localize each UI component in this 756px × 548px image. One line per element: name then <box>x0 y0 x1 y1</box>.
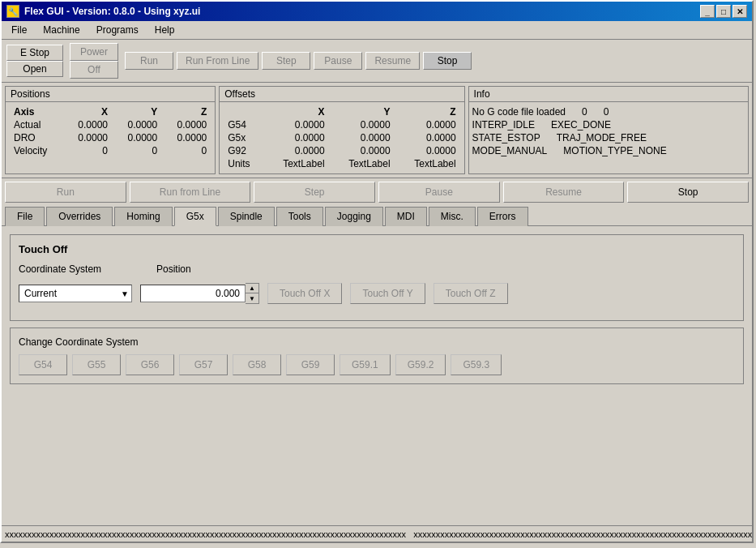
tab-file[interactable]: File <box>5 207 45 226</box>
table-row: G92 0.0000 0.0000 0.0000 <box>223 144 460 157</box>
bottom-bar: xxxxxxxxxxxxxxxxxxxxxxxxxxxxxxxxxxxxxxxx… <box>2 525 752 542</box>
run-from-line-button[interactable]: Run From Line <box>177 52 258 70</box>
table-row: Velocity 0 0 0 <box>9 144 211 157</box>
main-step-button[interactable]: Step <box>254 182 375 203</box>
window-title: Flex GUI - Version: 0.8.0 - Using xyz.ui <box>24 6 200 17</box>
velocity-z: 0 <box>162 144 211 157</box>
info-interp: INTERP_IDLE <box>472 119 535 131</box>
units-x: TextLabel <box>264 157 330 170</box>
table-row: Actual 0.0000 0.0000 0.0000 <box>9 118 211 131</box>
dro-x: 0.0000 <box>63 131 113 144</box>
position-input-wrapper: ▲ ▼ <box>140 283 259 304</box>
g56-button[interactable]: G56 <box>126 354 174 375</box>
estop-group: E Stop Open <box>6 45 63 77</box>
offsets-table: X Y Z G54 0.0000 0.0000 0.0000 <box>223 105 460 170</box>
pos-header-y: Y <box>113 105 162 118</box>
g54-z: 0.0000 <box>395 118 461 131</box>
menu-programs[interactable]: Programs <box>90 23 145 37</box>
positions-panel: Positions Axis X Y Z Actual <box>5 86 216 174</box>
info-content: No G code file loaded 0 0 INTERP_IDLE EX… <box>469 102 748 161</box>
menu-help[interactable]: Help <box>148 23 182 37</box>
toolbar: E Stop Open Power Off Run Run From Line … <box>2 40 752 83</box>
estop-button[interactable]: E Stop <box>6 45 63 61</box>
tab-misc[interactable]: Misc. <box>429 207 476 226</box>
offsets-panel: Offsets X Y Z G54 0.0000 <box>219 86 464 174</box>
touch-off-x-button[interactable]: Touch Off X <box>267 283 342 304</box>
g58-button[interactable]: G58 <box>233 354 281 375</box>
info-row-4: MODE_MANUAL MOTION_TYPE_NONE <box>472 144 745 157</box>
g92-label: G92 <box>223 144 263 157</box>
power-button[interactable]: Power <box>70 43 118 61</box>
step-button[interactable]: Step <box>262 52 310 70</box>
tab-tools[interactable]: Tools <box>276 207 323 226</box>
spin-down-button[interactable]: ▼ <box>246 293 258 303</box>
tab-bar: File Overrides Homing G5x Spindle Tools … <box>2 206 752 226</box>
change-coord-title: Change Coordinate System <box>19 336 735 348</box>
resume-button[interactable]: Resume <box>365 52 420 70</box>
g92-y: 0.0000 <box>330 144 395 157</box>
tab-jogging[interactable]: Jogging <box>325 207 383 226</box>
actual-z: 0.0000 <box>162 118 211 131</box>
info-panel: Info No G code file loaded 0 0 INTERP_ID… <box>468 86 749 174</box>
g55-button[interactable]: G55 <box>72 354 121 375</box>
touch-off-y-button[interactable]: Touch Off Y <box>350 283 425 304</box>
open-button[interactable]: Open <box>6 61 63 77</box>
stop-button[interactable]: Stop <box>423 52 472 70</box>
main-stop-button[interactable]: Stop <box>627 182 749 203</box>
g592-button[interactable]: G59.2 <box>395 354 446 375</box>
maximize-button[interactable]: □ <box>716 5 731 18</box>
tab-mdi[interactable]: MDI <box>385 207 427 226</box>
pause-button[interactable]: Pause <box>314 52 362 70</box>
spin-up-button[interactable]: ▲ <box>246 284 258 293</box>
velocity-y: 0 <box>113 144 162 157</box>
info-row-2: INTERP_IDLE EXEC_DONE <box>472 118 745 131</box>
main-run-button[interactable]: Run <box>5 182 126 203</box>
coord-system-select[interactable]: Current G54 G55 G56 G57 G58 G59 <box>19 285 132 302</box>
coord-system-label: Coordinate System <box>19 263 132 275</box>
run-button[interactable]: Run <box>125 52 173 70</box>
title-buttons: _ □ ✕ <box>700 5 747 18</box>
offsets-title: Offsets <box>220 87 463 102</box>
close-button[interactable]: ✕ <box>733 5 747 18</box>
velocity-label: Velocity <box>9 144 63 157</box>
bottom-scrolling-text: xxxxxxxxxxxxxxxxxxxxxxxxxxxxxxxxxxxxxxxx… <box>5 529 752 539</box>
title-bar-left: 🔧 Flex GUI - Version: 0.8.0 - Using xyz.… <box>6 5 200 18</box>
g54-button[interactable]: G54 <box>19 354 67 375</box>
menu-file[interactable]: File <box>5 23 33 37</box>
touch-off-z-button[interactable]: Touch Off Z <box>434 283 508 304</box>
tab-g5x[interactable]: G5x <box>174 207 216 226</box>
g-buttons-group: G54 G55 G56 G57 G58 G59 G59.1 G59.2 G59.… <box>19 354 735 375</box>
dro-label: DRO <box>9 131 63 144</box>
table-row: Units TextLabel TextLabel TextLabel <box>223 157 460 170</box>
g593-button[interactable]: G59.3 <box>451 354 502 375</box>
positions-title: Positions <box>6 87 215 102</box>
info-exec: EXEC_DONE <box>551 119 611 131</box>
app-icon: 🔧 <box>6 5 19 18</box>
power-group: Power Off <box>70 43 118 79</box>
g591-button[interactable]: G59.1 <box>340 354 391 375</box>
tab-spindle[interactable]: Spindle <box>218 207 275 226</box>
off-button[interactable]: Off <box>70 61 118 79</box>
panels-row: Positions Axis X Y Z Actual <box>2 83 752 178</box>
g57-button[interactable]: G57 <box>179 354 228 375</box>
main-pause-button[interactable]: Pause <box>378 182 500 203</box>
g5x-y: 0.0000 <box>330 131 395 144</box>
tab-errors[interactable]: Errors <box>477 207 528 226</box>
g5x-label: G5x <box>223 131 263 144</box>
main-resume-button[interactable]: Resume <box>503 182 625 203</box>
position-label: Position <box>156 263 286 275</box>
info-traj: TRAJ_MODE_FREE <box>557 132 647 143</box>
tab-homing[interactable]: Homing <box>114 207 172 226</box>
main-run-from-line-button[interactable]: Run from Line <box>130 182 251 203</box>
position-input[interactable] <box>140 285 246 302</box>
dro-y: 0.0000 <box>113 131 162 144</box>
off-header-label <box>223 105 263 118</box>
tab-overrides[interactable]: Overrides <box>46 207 113 226</box>
coord-select-wrapper: Current G54 G55 G56 G57 G58 G59 ▼ <box>19 285 132 302</box>
units-y: TextLabel <box>330 157 395 170</box>
g59-button[interactable]: G59 <box>286 354 335 375</box>
g54-y: 0.0000 <box>330 118 395 131</box>
off-header-x: X <box>264 105 330 118</box>
minimize-button[interactable]: _ <box>700 5 715 18</box>
menu-machine[interactable]: Machine <box>36 23 86 37</box>
